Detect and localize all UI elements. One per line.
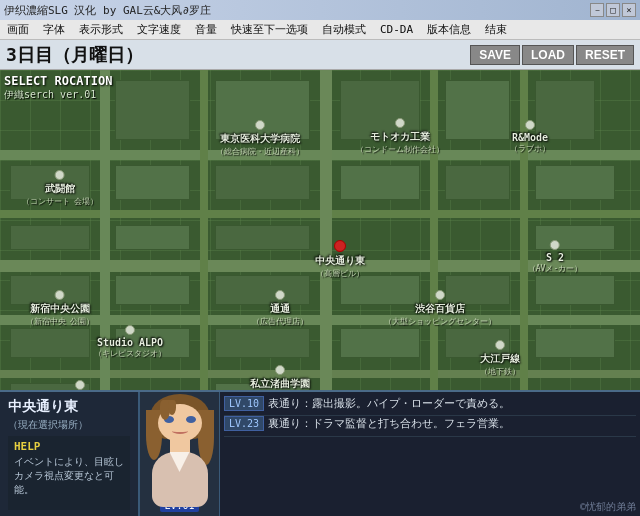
location-name-label: R&Mode — [512, 132, 548, 143]
location-name-label: 武闘館 — [45, 182, 75, 196]
load-button[interactable]: LOAD — [522, 45, 574, 65]
location-sub-label: （高層ビル） — [316, 268, 364, 279]
help-area: HELP イベントにより、目眩し カメラ視点変更なと可能。 — [8, 436, 130, 510]
location-name: 中央通り東 — [8, 398, 130, 416]
map-location[interactable]: モトオカ工業（コンドーム制作会社） — [356, 118, 444, 155]
select-rocation-label: SELECT ROCATION — [4, 74, 112, 88]
menu-item-版本信息[interactable]: 版本信息 — [424, 22, 474, 37]
location-sub-label: （総合病院・近辺産科） — [216, 146, 304, 157]
character-area: 伊織 LV.01 — [140, 392, 220, 516]
help-text: イベントにより、目眩し カメラ視点変更なと可能。 — [14, 455, 124, 497]
location-dot — [275, 290, 285, 300]
event-text: 裏通り：ドラマ監督と打ち合わせ。フェラ営業。 — [268, 416, 636, 431]
location-dot — [334, 240, 346, 252]
location-dot — [550, 240, 560, 250]
location-dot — [75, 380, 85, 390]
location-dot — [55, 170, 65, 180]
menu-item-表示形式[interactable]: 表示形式 — [76, 22, 126, 37]
location-sub: （現在選択場所） — [8, 418, 130, 432]
location-dot — [275, 365, 285, 375]
map-location[interactable]: S 2（AVメ-カー） — [528, 240, 582, 274]
location-name-label: 通通 — [270, 302, 290, 316]
menu-item-快速至下一选项[interactable]: 快速至下一选项 — [228, 22, 311, 37]
location-dot — [525, 120, 535, 130]
location-sub-label: （コンサート 会場） — [22, 196, 99, 207]
title-bar-controls[interactable]: － □ × — [590, 3, 636, 17]
location-sub-label: （地下鉄） — [480, 366, 520, 377]
close-button[interactable]: × — [622, 3, 636, 17]
map-area[interactable]: SELECT ROCATION 伊織serch ver.01 東京医科大学病院（… — [0, 70, 640, 410]
title-bar-text: 伊织濃縮SLG 汉化 by GAL云&大风∂罗庄 — [4, 3, 590, 18]
location-sub-label: （ラブホ） — [510, 143, 550, 154]
location-name-label: 東京医科大学病院 — [220, 132, 300, 146]
location-dot — [395, 118, 405, 128]
maximize-button[interactable]: □ — [606, 3, 620, 17]
menu-item-文字速度[interactable]: 文字速度 — [134, 22, 184, 37]
location-dot — [55, 290, 65, 300]
location-name-label: 大江戸線 — [480, 352, 520, 366]
location-sub-label: （新宿中央 公園） — [26, 316, 95, 327]
location-name-label: S 2 — [546, 252, 564, 263]
location-name-label: モトオカ工業 — [370, 130, 430, 144]
location-dot — [435, 290, 445, 300]
menu-bar: 画面字体表示形式文字速度音量快速至下一选项自动模式CD-DA版本信息结束 — [0, 20, 640, 40]
character-portrait — [142, 392, 218, 482]
location-dot — [125, 325, 135, 335]
save-button[interactable]: SAVE — [470, 45, 520, 65]
title-bar: 伊织濃縮SLG 汉化 by GAL云&大风∂罗庄 － □ × — [0, 0, 640, 20]
help-label: HELP — [14, 440, 124, 453]
map-location[interactable]: 中央通り東（高層ビル） — [315, 240, 365, 279]
location-name-label: Studio ALPO — [97, 337, 163, 348]
location-info: 中央通り東 （現在選択場所） HELP イベントにより、目眩し カメラ視点変更な… — [0, 392, 140, 516]
location-sub-label: （大型ショッピングセンター） — [384, 316, 496, 327]
day-header: 3日目（月曜日） SAVE LOAD RESET — [0, 40, 640, 70]
location-dot — [255, 120, 265, 130]
events-panel: LV.10表通り：露出撮影。パイプ・ローダーで責める。LV.23裏通り：ドラマ監… — [220, 392, 640, 516]
bottom-panel: 中央通り東 （現在選択場所） HELP イベントにより、目眩し カメラ視点変更な… — [0, 390, 640, 516]
menu-item-字体[interactable]: 字体 — [40, 22, 68, 37]
map-location[interactable]: 大江戸線（地下鉄） — [480, 340, 520, 377]
map-location[interactable]: 新宿中央公園（新宿中央 公園） — [26, 290, 95, 327]
location-name-label: 中央通り東 — [315, 254, 365, 268]
map-location[interactable]: 武闘館（コンサート 会場） — [22, 170, 99, 207]
location-sub-label: （AVメ-カー） — [528, 263, 582, 274]
menu-item-自动模式[interactable]: 自动模式 — [319, 22, 369, 37]
minimize-button[interactable]: － — [590, 3, 604, 17]
location-dot — [495, 340, 505, 350]
event-text: 表通り：露出撮影。パイプ・ローダーで責める。 — [268, 396, 636, 411]
map-location[interactable]: 通通（広告代理店） — [252, 290, 308, 327]
location-name-label: 私立渚曲学園 — [250, 377, 310, 391]
location-name-label: 渋谷百貨店 — [415, 302, 465, 316]
day-text: 3日目（月曜日） — [6, 43, 143, 67]
event-level: LV.10 — [224, 396, 264, 411]
watermark: ©忧郁的弟弟 — [580, 500, 636, 514]
menu-item-音量[interactable]: 音量 — [192, 22, 220, 37]
map-location[interactable]: Studio ALPO（キレピスタジオ） — [94, 325, 166, 359]
menu-item-CD-DA[interactable]: CD-DA — [377, 23, 416, 36]
map-location[interactable]: R&Mode（ラブホ） — [510, 120, 550, 154]
select-version-label: 伊織serch ver.01 — [4, 88, 96, 102]
menu-item-画面[interactable]: 画面 — [4, 22, 32, 37]
reset-button[interactable]: RESET — [576, 45, 634, 65]
menu-item-结束[interactable]: 结束 — [482, 22, 510, 37]
event-row: LV.23裏通り：ドラマ監督と打ち合わせ。フェラ営業。 — [224, 416, 636, 436]
map-location[interactable]: 渋谷百貨店（大型ショッピングセンター） — [384, 290, 496, 327]
save-load-area[interactable]: SAVE LOAD RESET — [470, 45, 634, 65]
event-row: LV.10表通り：露出撮影。パイプ・ローダーで責める。 — [224, 396, 636, 416]
location-sub-label: （キレピスタジオ） — [94, 348, 166, 359]
map-location[interactable]: 東京医科大学病院（総合病院・近辺産科） — [216, 120, 304, 157]
location-sub-label: （広告代理店） — [252, 316, 308, 327]
location-sub-label: （コンドーム制作会社） — [356, 144, 444, 155]
location-name-label: 新宿中央公園 — [30, 302, 90, 316]
event-level: LV.23 — [224, 416, 264, 431]
